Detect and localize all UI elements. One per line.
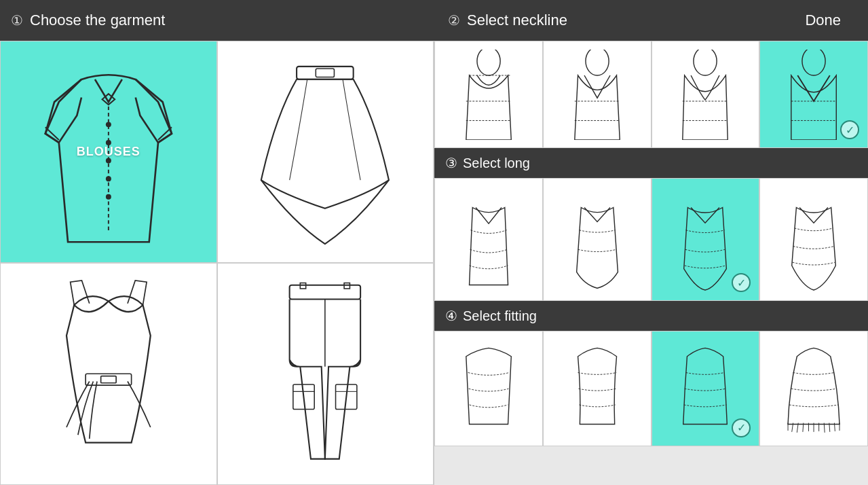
svg-point-3 [106, 158, 111, 164]
long-option-4[interactable] [759, 178, 868, 301]
garment-corset[interactable] [0, 263, 217, 485]
select-long-num: ③ [445, 155, 457, 171]
long-options-row: ✓ [434, 178, 868, 301]
svg-point-1 [106, 122, 111, 128]
fitting-option-3[interactable]: ✓ [652, 331, 760, 446]
header-bar: ① Choose the garment ② Select neckline D… [0, 0, 868, 41]
select-long-header: ③ Select long [434, 148, 868, 178]
done-button[interactable]: Done [805, 12, 854, 29]
header-left: ① Choose the garment [0, 12, 434, 29]
main-content: BLOUSES [0, 41, 868, 485]
long-option-1[interactable] [434, 178, 543, 301]
svg-point-5 [106, 194, 111, 200]
svg-point-22 [586, 50, 609, 75]
fitting-checkmark: ✓ [732, 418, 751, 437]
neckline-option-2[interactable] [543, 41, 652, 148]
garment-pants[interactable] [217, 263, 434, 485]
long-option-3[interactable]: ✓ [652, 178, 760, 301]
neckline-options-row: ✓ [434, 41, 868, 148]
svg-point-18 [477, 50, 500, 75]
neckline-option-1[interactable] [434, 41, 543, 148]
fitting-option-1[interactable] [434, 331, 543, 446]
svg-rect-11 [101, 376, 117, 383]
garment-grid: BLOUSES [0, 41, 434, 485]
svg-rect-14 [344, 283, 350, 289]
header-right: ② Select neckline Done [434, 12, 868, 29]
neckline-option-3[interactable] [652, 41, 760, 148]
fitting-option-2[interactable] [543, 331, 652, 446]
step2-num: ② [448, 12, 460, 29]
long-option-2[interactable] [543, 178, 652, 301]
select-long-label: Select long [463, 156, 530, 171]
select-fitting-header: ④ Select fitting [434, 301, 868, 331]
select-fitting-num: ④ [445, 308, 457, 324]
svg-point-25 [694, 50, 717, 75]
fitting-option-4[interactable] [759, 331, 868, 446]
garment-skirt[interactable] [217, 41, 434, 263]
blouses-label: BLOUSES [77, 145, 140, 159]
right-panel: ✓ ③ Select long [434, 41, 868, 485]
select-fitting-label: Select fitting [463, 308, 537, 324]
step1-num: ① [11, 12, 23, 29]
svg-point-4 [106, 176, 111, 181]
svg-rect-13 [301, 283, 306, 289]
garment-blouses[interactable]: BLOUSES [0, 41, 217, 263]
svg-point-28 [802, 50, 825, 75]
step2-label: Select neckline [467, 12, 567, 29]
neckline-option-4[interactable]: ✓ [759, 41, 868, 148]
svg-rect-9 [316, 69, 335, 77]
step1-label: Choose the garment [30, 12, 165, 29]
fitting-options-row: ✓ [434, 331, 868, 446]
